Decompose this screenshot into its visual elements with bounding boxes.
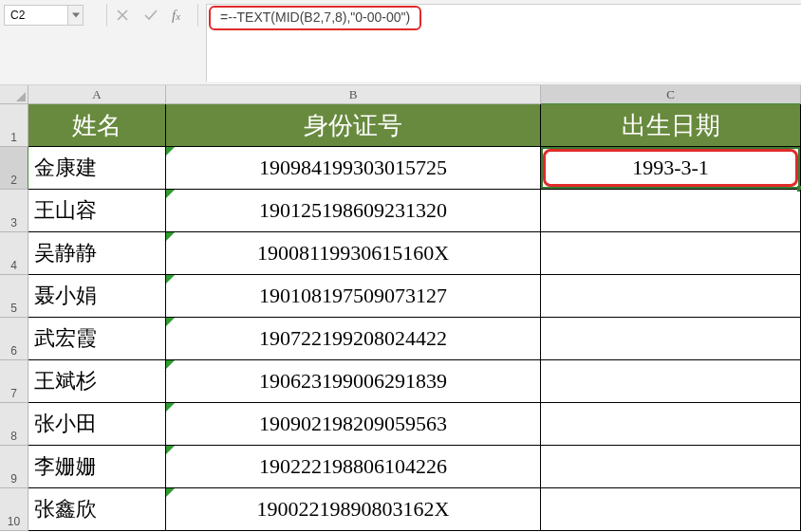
row-header[interactable]: 2: [0, 147, 28, 190]
divider: [106, 4, 107, 27]
cell-B10[interactable]: 19002219890803162X: [166, 488, 541, 531]
cell-C2-value: 1993-3-1: [632, 156, 709, 180]
cell-B9[interactable]: 190222198806104226: [166, 446, 541, 488]
cell-A1[interactable]: 姓名: [28, 104, 166, 147]
spreadsheet-grid: A B C 1 姓名 身份证号 出生日期 2 金康建 1909841993030…: [0, 85, 801, 531]
table-row: 1 姓名 身份证号 出生日期: [0, 104, 801, 147]
cell-A4[interactable]: 吴静静: [28, 232, 166, 275]
cell-A9[interactable]: 李姗姗: [28, 446, 166, 488]
select-all-corner[interactable]: [0, 85, 28, 104]
formula-bar-buttons: fx: [115, 4, 190, 27]
name-box-input[interactable]: [4, 5, 68, 26]
cell-B4[interactable]: 19008119930615160X: [166, 232, 541, 275]
row-header[interactable]: 1: [0, 104, 28, 147]
cell-B7[interactable]: 190623199006291839: [166, 360, 541, 403]
x-icon: [117, 9, 128, 21]
table-row: 9 李姗姗 190222198806104226: [0, 446, 801, 488]
fx-icon[interactable]: fx: [172, 8, 180, 24]
cell-A2[interactable]: 金康建: [28, 147, 166, 190]
accept-formula-button[interactable]: [143, 8, 158, 23]
cell-B1[interactable]: 身份证号: [166, 104, 541, 147]
table-row: 6 武宏霞 190722199208024422: [0, 318, 801, 360]
table-row: 3 王山容 190125198609231320: [0, 190, 801, 232]
row-header[interactable]: 8: [0, 403, 28, 446]
cell-A3[interactable]: 王山容: [28, 190, 166, 232]
table-row: 4 吴静静 19008119930615160X: [0, 232, 801, 275]
column-header-B[interactable]: B: [166, 85, 541, 104]
cell-A5[interactable]: 聂小娟: [28, 275, 166, 318]
cell-C9[interactable]: [541, 446, 801, 488]
column-header-A[interactable]: A: [28, 85, 166, 104]
check-icon: [144, 9, 158, 21]
cancel-formula-button[interactable]: [115, 8, 130, 23]
cell-A8[interactable]: 张小田: [28, 403, 166, 446]
table-row: 8 张小田 190902198209059563: [0, 403, 801, 446]
column-headers: A B C: [0, 85, 801, 104]
cell-C10[interactable]: [541, 488, 801, 531]
cell-C5[interactable]: [541, 275, 801, 318]
cell-A6[interactable]: 武宏霞: [28, 318, 166, 360]
table-row: 10 张鑫欣 19002219890803162X: [0, 488, 801, 531]
row-header[interactable]: 3: [0, 190, 28, 232]
cell-C6[interactable]: [541, 318, 801, 360]
formula-bar: fx =--TEXT(MID(B2,7,8),"0-00-00"): [0, 0, 801, 85]
cell-C3[interactable]: [541, 190, 801, 232]
row-header[interactable]: 9: [0, 446, 28, 488]
name-box-dropdown-button[interactable]: [68, 5, 84, 26]
cell-B5[interactable]: 190108197509073127: [166, 275, 541, 318]
cell-C1[interactable]: 出生日期: [541, 104, 801, 147]
cell-B8[interactable]: 190902198209059563: [166, 403, 541, 446]
row-header[interactable]: 6: [0, 318, 28, 360]
formula-highlight: =--TEXT(MID(B2,7,8),"0-00-00"): [209, 6, 421, 30]
row-header[interactable]: 7: [0, 360, 28, 403]
column-header-C[interactable]: C: [541, 85, 801, 104]
cell-C7[interactable]: [541, 360, 801, 403]
divider: [197, 4, 198, 27]
row-header[interactable]: 4: [0, 232, 28, 275]
name-box: [4, 4, 99, 27]
cell-C8[interactable]: [541, 403, 801, 446]
table-row: 2 金康建 190984199303015725 1993-3-1: [0, 147, 801, 190]
row-header[interactable]: 5: [0, 275, 28, 318]
formula-input-area[interactable]: =--TEXT(MID(B2,7,8),"0-00-00"): [206, 4, 801, 82]
cell-B3[interactable]: 190125198609231320: [166, 190, 541, 232]
rows: 1 姓名 身份证号 出生日期 2 金康建 190984199303015725 …: [0, 104, 801, 531]
cell-C2[interactable]: 1993-3-1: [541, 147, 801, 190]
cell-B2[interactable]: 190984199303015725: [166, 147, 541, 190]
cell-C4[interactable]: [541, 232, 801, 275]
cell-A10[interactable]: 张鑫欣: [28, 488, 166, 531]
chevron-down-icon: [72, 11, 80, 19]
row-header[interactable]: 10: [0, 488, 28, 531]
cell-B6[interactable]: 190722199208024422: [166, 318, 541, 360]
cell-A7[interactable]: 王斌杉: [28, 360, 166, 403]
table-row: 5 聂小娟 190108197509073127: [0, 275, 801, 318]
table-row: 7 王斌杉 190623199006291839: [0, 360, 801, 403]
